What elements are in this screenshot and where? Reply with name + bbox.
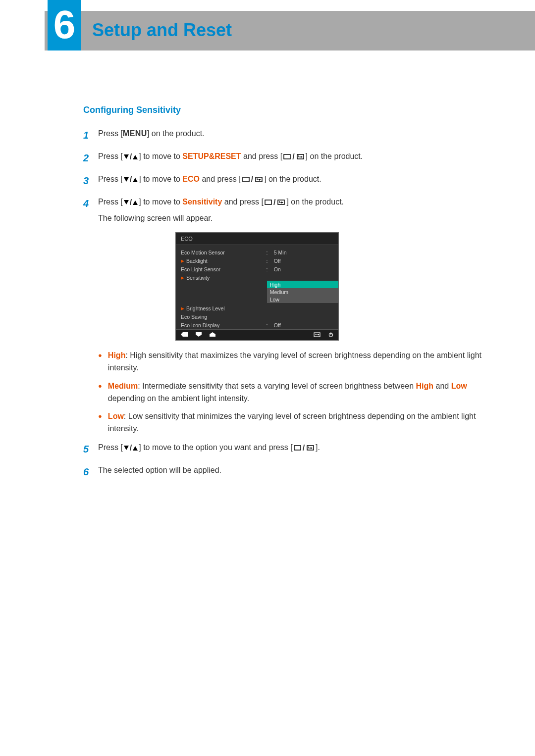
step-body: Press [MENU] on the product. bbox=[98, 127, 486, 143]
text: depending on the ambient light intensity… bbox=[108, 394, 249, 403]
text: ]. bbox=[316, 443, 320, 452]
text: ] to move to the option you want and pre… bbox=[139, 443, 292, 452]
svg-marker-6 bbox=[133, 178, 138, 182]
enter-source-icon: / bbox=[294, 442, 315, 454]
text: ] on the product. bbox=[286, 198, 344, 206]
text: and press [ bbox=[222, 198, 264, 206]
osd-row-label: ▶Brightness Level bbox=[181, 305, 266, 311]
down-up-arrow-icon: / bbox=[124, 173, 138, 186]
enter-source-icon: / bbox=[242, 173, 263, 186]
osd-dropdown: HighMediumLow bbox=[267, 281, 338, 303]
osd-row-label: Eco Saving bbox=[181, 314, 266, 320]
text: Press [ bbox=[98, 443, 123, 452]
svg-marker-19 bbox=[210, 332, 215, 334]
svg-marker-29 bbox=[311, 447, 313, 449]
triangle-right-icon: ▶ bbox=[181, 258, 184, 263]
keyword: High bbox=[416, 382, 433, 390]
text: Press [ bbox=[98, 175, 123, 183]
text: and press [ bbox=[200, 175, 241, 183]
osd-row: Eco Motion Sensor:5 Min bbox=[176, 248, 338, 256]
step-body: Press [/] to move to ECO and press [/] o… bbox=[98, 173, 486, 189]
keyword: ECO bbox=[182, 175, 200, 183]
text: ] to move to bbox=[139, 152, 182, 160]
svg-rect-12 bbox=[265, 200, 271, 204]
text: : Low sensitivity that minimizes the var… bbox=[108, 412, 476, 433]
text: and bbox=[433, 382, 451, 390]
step-number: 6 bbox=[83, 464, 98, 480]
section-title: Configuring Sensitivity bbox=[83, 105, 486, 115]
down-up-arrow-icon: / bbox=[124, 196, 138, 209]
osd-row-value: 5 Min bbox=[274, 250, 333, 255]
osd-row-value: Off bbox=[274, 322, 333, 328]
svg-marker-25 bbox=[124, 446, 129, 450]
step-number: 5 bbox=[83, 441, 98, 457]
text: ] to move to bbox=[139, 175, 182, 183]
osd-colon: : bbox=[266, 250, 273, 255]
osd-option: Medium bbox=[267, 288, 338, 296]
down-up-arrow-icon: / bbox=[124, 442, 138, 454]
svg-marker-0 bbox=[124, 154, 129, 159]
svg-marker-14 bbox=[281, 202, 283, 203]
keyword: Low bbox=[108, 412, 124, 420]
text: : High sensitivity that maximizes the va… bbox=[108, 351, 482, 372]
svg-marker-26 bbox=[133, 446, 138, 451]
step-body: Press [/] to move to the option you want… bbox=[98, 441, 486, 457]
osd-nav-enter-icon bbox=[313, 332, 321, 337]
step-6: 6 The selected option will be applied. bbox=[83, 464, 486, 480]
osd-nav-back-icon bbox=[181, 332, 188, 337]
menu-label: MENU bbox=[123, 129, 147, 138]
svg-marker-22 bbox=[318, 334, 320, 336]
step-body: Press [/] to move to SETUP&RESET and pre… bbox=[98, 150, 486, 166]
keyword: Sensitivity bbox=[182, 198, 222, 206]
osd-row-label: ▶Backlight bbox=[181, 258, 266, 264]
svg-rect-20 bbox=[210, 334, 215, 337]
step-number: 2 bbox=[83, 150, 98, 166]
page-title: Setup and Reset bbox=[92, 20, 232, 41]
step-number: 1 bbox=[83, 127, 98, 143]
bullet-item: ● Low: Low sensitivity that minimizes th… bbox=[98, 410, 486, 435]
text: ] to move to bbox=[139, 198, 182, 206]
bullet-list: ● High: High sensitivity that maximizes … bbox=[98, 350, 486, 435]
triangle-right-icon: ▶ bbox=[181, 275, 184, 280]
text: ] on the product. bbox=[306, 152, 363, 160]
keyword: SETUP&RESET bbox=[182, 152, 241, 160]
svg-rect-27 bbox=[294, 446, 301, 450]
bullet-dot-icon: ● bbox=[98, 380, 102, 405]
svg-rect-15 bbox=[183, 332, 188, 337]
osd-option: High bbox=[267, 281, 338, 288]
osd-row-label: ▶Sensitivity bbox=[181, 275, 266, 281]
svg-rect-7 bbox=[243, 177, 249, 182]
osd-row-value: Off bbox=[274, 258, 333, 264]
osd-colon: : bbox=[266, 258, 273, 264]
text: ] on the product. bbox=[264, 175, 321, 183]
osd-body: Eco Motion Sensor:5 Min▶Backlight:OffEco… bbox=[176, 245, 338, 329]
triangle-right-icon: ▶ bbox=[181, 306, 184, 311]
step-subtext: The following screen will appear. bbox=[98, 212, 486, 225]
text: Press [ bbox=[98, 198, 123, 206]
osd-nav-down-icon bbox=[196, 332, 202, 337]
svg-rect-2 bbox=[284, 154, 290, 159]
bullet-dot-icon: ● bbox=[98, 410, 102, 435]
svg-marker-1 bbox=[133, 155, 138, 159]
osd-row: Eco Light Sensor:On bbox=[176, 265, 338, 273]
svg-marker-5 bbox=[124, 177, 129, 182]
osd-row-label: Eco Motion Sensor bbox=[181, 250, 266, 255]
page-header: 6 Setup and Reset bbox=[0, 11, 535, 50]
osd-option: Low bbox=[267, 296, 338, 303]
osd-nav-up-icon bbox=[210, 332, 215, 337]
text: and press [ bbox=[241, 152, 283, 160]
step-number: 4 bbox=[83, 196, 98, 224]
step-3: 3 Press [/] to move to ECO and press [/]… bbox=[83, 173, 486, 189]
down-up-arrow-icon: / bbox=[124, 151, 138, 163]
osd-nav-bar bbox=[176, 329, 338, 340]
step-5: 5 Press [/] to move to the option you wa… bbox=[83, 441, 486, 457]
osd-row-value: On bbox=[274, 266, 333, 272]
osd-row-label: Eco Light Sensor bbox=[181, 266, 266, 272]
step-2: 2 Press [/] to move to SETUP&RESET and p… bbox=[83, 150, 486, 166]
osd-colon: : bbox=[266, 266, 273, 272]
bullet-dot-icon: ● bbox=[98, 350, 102, 374]
osd-row: Eco Icon Display:Off bbox=[176, 321, 338, 329]
svg-marker-10 bbox=[124, 200, 129, 204]
svg-rect-17 bbox=[196, 332, 202, 335]
content-area: Configuring Sensitivity 1 Press [MENU] o… bbox=[0, 50, 535, 480]
